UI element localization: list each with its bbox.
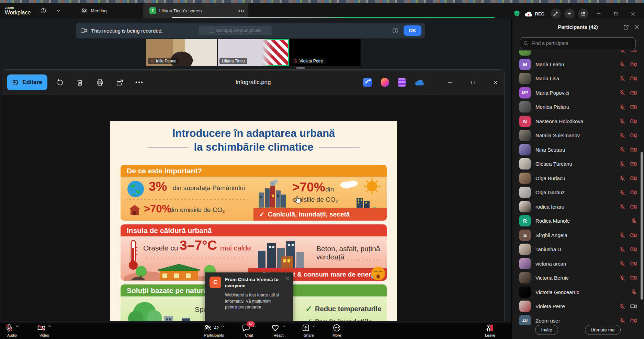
participant-name: Maria Lisa — [535, 75, 559, 81]
camera-muted-icon — [630, 160, 637, 167]
camera-muted-icon — [630, 103, 637, 110]
video-button[interactable]: Video — [37, 324, 52, 337]
invite-button[interactable]: Invite — [535, 325, 558, 335]
participant-avatar: MP — [519, 87, 531, 98]
mic-muted-icon — [619, 175, 625, 181]
camera-muted-icon — [630, 146, 637, 153]
chat-button[interactable]: 62 Chat — [242, 324, 256, 337]
chevron-up-icon[interactable] — [312, 325, 316, 327]
participant-name: Violeta Petre — [535, 303, 565, 309]
camera-recording-icon — [80, 27, 88, 34]
tab-more-icon[interactable]: ••• — [238, 8, 245, 14]
share-button[interactable]: Share — [302, 324, 316, 337]
participant-row[interactable]: ZU Zoom user — [512, 314, 644, 325]
mouse-cursor — [293, 194, 304, 206]
edit-button[interactable]: Editare — [7, 74, 47, 90]
participant-search[interactable] — [520, 37, 636, 49]
info-icon[interactable] — [40, 8, 46, 14]
participant-row[interactable]: Monica Pislaru — [512, 100, 644, 114]
audio-button[interactable]: Audio — [5, 324, 19, 337]
react-button[interactable]: React — [271, 324, 286, 337]
participant-row[interactable]: victoria arcan — [512, 257, 644, 271]
shield-check-icon[interactable] — [513, 10, 521, 17]
chevron-up-icon[interactable] — [221, 325, 225, 327]
share-button[interactable] — [112, 75, 127, 90]
rotate-button[interactable] — [52, 75, 67, 90]
chevron-up-icon[interactable] — [282, 325, 286, 327]
photos-minimize-button[interactable] — [443, 77, 457, 88]
chevron-up-icon[interactable] — [48, 325, 52, 327]
annotate-button[interactable] — [551, 9, 561, 19]
chat-notification-popup[interactable]: C From Cristina Vremea to everyone Webin… — [205, 272, 293, 321]
participant-avatar: ZU — [519, 315, 531, 325]
participant-row[interactable]: Olesea Țurcanu — [512, 157, 644, 171]
designer-app-icon[interactable] — [381, 78, 389, 87]
mic-muted-icon — [631, 218, 637, 224]
onedrive-icon[interactable] — [415, 79, 425, 86]
participant-name: Zoom user — [535, 318, 560, 324]
people-icon — [81, 7, 88, 14]
participant-row[interactable]: Natalia Suleimanov — [512, 128, 644, 143]
participants-list[interactable]: M Maria Leahu Maria Lisa MP Maria Popovi… — [512, 50, 644, 325]
nature-check-1: ✓Reduc temperaturile — [305, 304, 382, 314]
mic-muted-icon — [619, 246, 625, 253]
photos-app-icon[interactable] — [363, 78, 372, 87]
tab-meeting[interactable]: Meeting — [75, 3, 113, 18]
apps-button[interactable] — [578, 9, 588, 19]
participant-row[interactable]: Violeta Petre — [512, 299, 644, 314]
recording-indicator[interactable]: REC — [524, 10, 544, 17]
participant-row[interactable]: Nina Scutaru — [512, 143, 644, 157]
leave-button[interactable]: Leave — [485, 324, 495, 337]
meeting-control-bar: Audio Video 42 — [0, 323, 511, 339]
tab-shared-screen[interactable]: T Liliana Tincu's screen ••• — [143, 3, 248, 18]
video-tile-liliana[interactable]: Liliana Tincu — [218, 39, 289, 66]
maximize-icon — [613, 11, 619, 16]
print-button[interactable] — [92, 75, 107, 90]
chevron-up-icon[interactable] — [15, 325, 19, 327]
participants-panel: Participants (42) M Maria Leahu Maria Li… — [511, 18, 644, 339]
search-input[interactable] — [520, 37, 636, 49]
minimize-button[interactable] — [592, 8, 606, 20]
panel-close-icon[interactable] — [634, 23, 640, 30]
panel-scrollbar[interactable] — [641, 152, 643, 300]
banner-info-icon[interactable] — [392, 27, 399, 34]
photos-close-button[interactable] — [488, 77, 502, 88]
participant-row[interactable]: Olga Burlacu — [512, 171, 644, 186]
participant-row[interactable]: rodica feraru — [512, 200, 644, 214]
participants-button[interactable]: 42 Participants — [203, 324, 225, 337]
participant-avatar — [519, 187, 531, 198]
unmute-me-button[interactable]: Unmute me — [585, 325, 621, 335]
participant-row[interactable]: Victoria Bernic — [512, 271, 644, 285]
popup-close-icon[interactable] — [285, 275, 290, 281]
ai-companion-button[interactable] — [564, 9, 575, 19]
delete-button[interactable] — [72, 75, 87, 90]
clipchamp-app-icon[interactable] — [398, 78, 406, 87]
more-options-button[interactable]: ••• — [132, 75, 147, 90]
participants-count: 42 — [214, 325, 219, 330]
participant-row[interactable]: Taniusha U — [512, 242, 644, 257]
maximize-button[interactable] — [609, 8, 623, 20]
more-button[interactable]: More — [332, 324, 341, 337]
video-tile-violeta[interactable]: Violeta Petre — [290, 39, 361, 66]
participant-name: victoria arcan — [535, 261, 566, 267]
titlebar: zoom Workplace Meeting T Liliana Tincu's… — [0, 3, 644, 18]
participant-row[interactable] — [512, 50, 644, 57]
participant-row[interactable]: Maria Lisa — [512, 71, 644, 86]
video-tile-iulia[interactable]: Iulia Pancu — [146, 39, 217, 66]
participant-row[interactable]: Olga Garbuz — [512, 185, 644, 200]
close-button[interactable] — [626, 8, 640, 20]
filmstrip-drag-handle[interactable] — [296, 67, 305, 69]
photos-maximize-button[interactable] — [466, 77, 479, 88]
participant-row[interactable]: R Rodica Manole — [512, 214, 644, 228]
participant-row[interactable]: S Sîrghii Angela — [512, 228, 644, 243]
popout-icon[interactable] — [623, 23, 629, 30]
ok-button[interactable]: OK — [404, 25, 421, 36]
photos-app-window: Editare ••• Infografic.png — [2, 69, 505, 321]
file-title: Infografic.png — [235, 79, 271, 86]
participant-row[interactable]: MP Maria Popovici — [512, 86, 644, 100]
participant-row[interactable]: N Nasteona Holodkova — [512, 114, 644, 129]
participant-row[interactable]: M Maria Leahu — [512, 57, 644, 72]
mic-muted-icon — [631, 289, 637, 295]
chevron-down-icon[interactable] — [56, 8, 61, 14]
participant-row[interactable]: Victoria Goncearuc — [512, 285, 644, 300]
